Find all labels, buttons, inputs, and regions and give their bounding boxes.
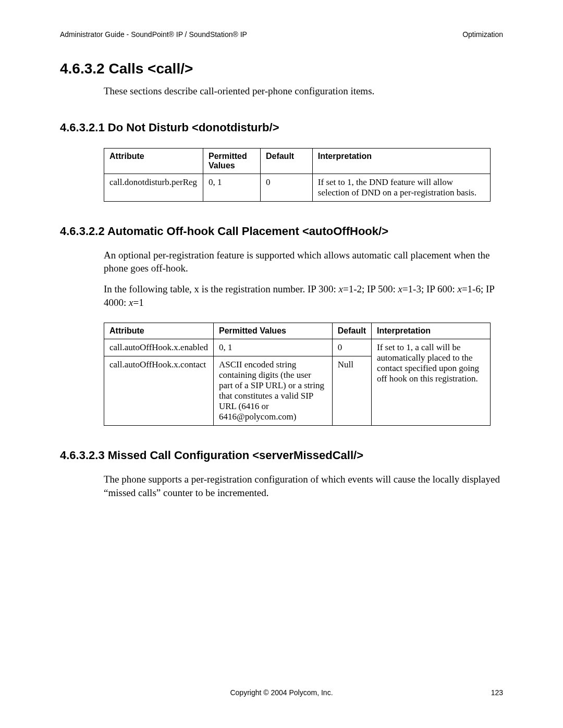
table-row: call.autoOffHook.x.enabled 0, 1 0 If set… [104, 339, 491, 356]
table-row: call.donotdisturb.perReg 0, 1 0 If set t… [104, 174, 491, 201]
cell-interpretation: If set to 1, a call will be automaticall… [371, 339, 490, 426]
footer-page-number: 123 [491, 688, 503, 697]
section-intro: These sections describe call-oriented pe… [104, 84, 503, 98]
cell-attribute: call.donotdisturb.perReg [104, 174, 203, 201]
cell-interpretation: If set to 1, the DND feature will allow … [312, 174, 490, 201]
col-default: Default [260, 148, 312, 174]
col-attribute: Attribute [104, 148, 203, 174]
cell-attribute: call.autoOffHook.x.contact [104, 356, 214, 426]
header-right: Optimization [462, 30, 503, 39]
header-left: Administrator Guide - SoundPoint® IP / S… [60, 30, 247, 39]
col-interpretation: Interpretation [312, 148, 490, 174]
autooffhook-para1: An optional per-registration feature is … [104, 249, 503, 275]
autooffhook-para2: In the following table, x is the registr… [104, 282, 503, 309]
table-header-row: Attribute Permitted Values Default Inter… [104, 323, 491, 339]
col-default: Default [332, 323, 371, 339]
running-header: Administrator Guide - SoundPoint® IP / S… [60, 30, 503, 39]
col-attribute: Attribute [104, 323, 214, 339]
document-page: Administrator Guide - SoundPoint® IP / S… [0, 0, 563, 728]
subsection-heading-autooffhook: 4.6.3.2.2 Automatic Off-hook Call Placem… [60, 225, 503, 238]
missedcall-para: The phone supports a per-registration co… [104, 473, 503, 499]
cell-permitted: ASCII encoded string containing digits (… [213, 356, 332, 426]
table-header-row: Attribute Permitted Values Default Inter… [104, 148, 491, 174]
section-heading-calls: 4.6.3.2 Calls <call/> [60, 60, 503, 77]
cell-permitted: 0, 1 [213, 339, 332, 356]
subsection-heading-missedcall: 4.6.3.2.3 Missed Call Configuration <ser… [60, 449, 503, 462]
cell-default: 0 [260, 174, 312, 201]
cell-default: Null [332, 356, 371, 426]
subsection-heading-dnd: 4.6.3.2.1 Do Not Disturb <donotdisturb/> [60, 121, 503, 134]
col-permitted-values: Permitted Values [203, 148, 260, 174]
dnd-table: Attribute Permitted Values Default Inter… [104, 148, 491, 202]
col-interpretation: Interpretation [371, 323, 490, 339]
cell-attribute: call.autoOffHook.x.enabled [104, 339, 214, 356]
footer-copyright: Copyright © 2004 Polycom, Inc. [230, 688, 333, 697]
cell-permitted: 0, 1 [203, 174, 260, 201]
page-footer: Copyright © 2004 Polycom, Inc. 123 [0, 688, 563, 697]
autooffhook-table: Attribute Permitted Values Default Inter… [104, 323, 491, 426]
col-permitted-values: Permitted Values [213, 323, 332, 339]
cell-default: 0 [332, 339, 371, 356]
